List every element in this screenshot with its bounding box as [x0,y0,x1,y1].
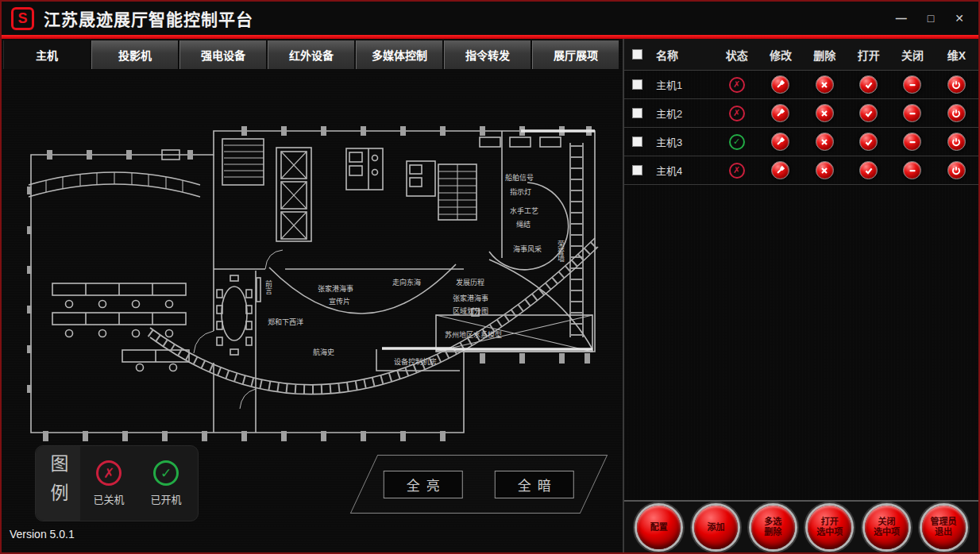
legend: 图例 已关机 已开机 [35,445,199,521]
delete-button[interactable] [816,133,834,151]
plan-label-suzhou-water: 苏州地区水系模型 [445,330,502,339]
row-checkbox[interactable] [632,108,642,118]
minimize-icon[interactable]: — [896,13,907,24]
close-icon[interactable]: ✕ [955,13,964,24]
all-bright-button[interactable]: 全亮 [384,471,463,498]
plan-label-sailor-craft-2: 绳结 [516,220,531,229]
modify-button[interactable] [771,133,789,151]
floorplan: 前言 张家港海事 宣传片 郑和下西洋 航海史 走向东海 发展历程 张家港海事 区… [3,75,623,448]
select-all-checkbox[interactable] [632,49,642,60]
minus-icon [908,80,917,90]
power-button[interactable] [947,75,966,94]
device-panel: 名称 状态 修改 删除 打开 关闭 维X 主机1 主机 [624,39,978,552]
plan-label-honor-wall: 荣誉墙 [557,240,565,263]
open-button[interactable] [859,75,878,94]
plan-label-maritime-style: 海事风采 [513,244,542,253]
close-button[interactable] [903,161,921,179]
col-delete: 删除 [803,47,847,63]
multi-delete-button[interactable]: 多选删除 [751,506,795,549]
minus-icon [908,166,917,175]
plan-label-ship-signal-1: 船舶信号 [505,173,534,182]
plan-label-district-1: 张家港海事 [453,294,488,302]
floorplan-panel: 主机 投影机 强电设备 红外设备 多媒体控制 指令转发 展厅展项 [2,39,624,552]
plan-label-equipment-room: 设备控制机房 [394,357,437,366]
legend-on-label: 已开机 [150,491,181,506]
open-button[interactable] [859,133,878,151]
open-button[interactable] [859,104,878,122]
plan-label-development: 发展历程 [456,278,484,287]
col-close: 关闭 [890,47,934,63]
legend-item-on: 已开机 [137,460,195,506]
row-checkbox[interactable] [632,165,642,175]
status-icon [729,106,745,121]
power-icon [951,109,961,118]
legend-title: 图例 [36,446,80,521]
x-icon [820,109,829,118]
legend-off-label: 已关机 [93,491,124,506]
delete-button[interactable] [816,75,834,94]
all-dark-button[interactable]: 全暗 [495,471,574,498]
maximize-icon[interactable]: □ [928,13,934,24]
tab-power-devices[interactable]: 强电设备 [179,40,266,69]
window-controls: — □ ✕ [896,13,970,24]
power-button[interactable] [947,161,966,179]
tab-host[interactable]: 主机 [3,40,90,69]
close-button[interactable] [903,133,921,151]
tab-infrared-devices[interactable]: 红外设备 [268,40,354,69]
open-button[interactable] [859,161,878,179]
col-modify: 修改 [758,47,802,63]
scene-button-group: 全亮 全暗 [350,455,608,514]
powered-off-icon [96,460,122,486]
logo-letter: S [17,11,27,25]
close-button[interactable] [903,104,921,122]
tab-command-forward[interactable]: 指令转发 [444,40,531,69]
check-icon [864,80,874,90]
table-row: 主机2 [624,99,978,128]
app-logo-icon: S [11,7,34,30]
device-name: 主机3 [656,134,715,149]
admin-logout-button[interactable]: 管理员退出 [922,506,966,549]
plan-label-promo-1: 张家港海事 [318,284,353,293]
app-title: 江苏晟迹展厅智能控制平台 [44,6,253,30]
power-icon [951,166,961,175]
power-icon [951,137,961,147]
wrench-icon [775,108,785,118]
close-button[interactable] [903,75,921,94]
row-checkbox[interactable] [632,137,642,147]
power-button[interactable] [947,133,966,151]
tab-multimedia-control[interactable]: 多媒体控制 [356,40,442,69]
close-selected-button[interactable]: 关闭选中项 [865,506,909,549]
delete-button[interactable] [816,104,834,122]
minus-icon [908,137,917,147]
action-bar: 配置 添加 多选删除 打开选中项 关闭选中项 管理员退出 [624,500,978,552]
col-open: 打开 [847,47,890,63]
power-icon [951,80,961,90]
x-icon [820,80,829,90]
col-status: 状态 [715,47,758,63]
wrench-icon [775,79,785,90]
wrench-icon [775,165,785,175]
configure-button[interactable]: 配置 [637,506,681,549]
row-checkbox[interactable] [632,79,642,90]
tab-exhibit-items[interactable]: 展厅展项 [532,40,619,69]
modify-button[interactable] [771,161,789,179]
plan-label-foreword: 前言 [264,279,272,295]
delete-button[interactable] [816,161,834,179]
check-icon [864,137,874,147]
powered-on-icon [153,460,179,486]
tab-projector[interactable]: 投影机 [91,40,178,69]
x-icon [820,137,829,147]
device-name: 主机2 [656,106,715,121]
plan-label-sailor-craft-1: 水手工艺 [510,206,538,215]
modify-button[interactable] [771,104,789,122]
plan-label-ship-signal-2: 指示灯 [510,187,531,196]
add-button[interactable]: 添加 [694,506,738,549]
open-selected-button[interactable]: 打开选中项 [808,506,851,549]
titlebar: S 江苏晟迹展厅智能控制平台 — □ ✕ [2,2,978,35]
modify-button[interactable] [771,75,789,94]
device-name: 主机1 [656,77,715,92]
power-button[interactable] [947,104,966,122]
minus-icon [908,109,917,118]
col-name: 名称 [656,47,715,63]
legend-item-off: 已关机 [80,460,137,506]
